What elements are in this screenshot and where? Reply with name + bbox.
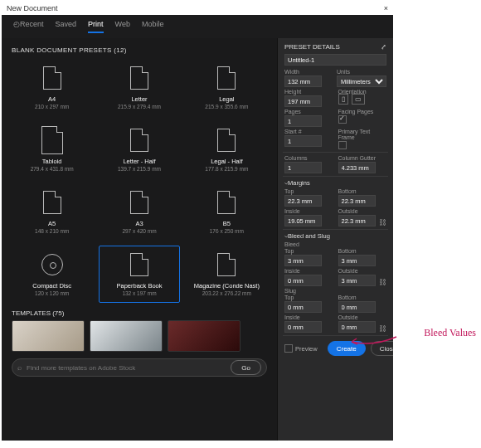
start-number-label: Start # — [284, 129, 333, 134]
search-icon: ⌕ — [17, 363, 22, 372]
preset-paperback-book[interactable]: Paperback Book132 x 197 mm — [99, 246, 179, 303]
preset-dimensions: 176 x 250 mm — [210, 228, 244, 234]
preset-name: Magazine (Conde Nast) — [194, 282, 260, 290]
preset-legal-half[interactable]: Legal - Half177.8 x 215.9 mm — [187, 121, 267, 178]
preview-toggle[interactable]: Preview — [284, 344, 318, 353]
height-input[interactable] — [284, 95, 322, 107]
slug-top-input[interactable] — [284, 301, 322, 313]
preset-name: Legal — [219, 95, 234, 103]
margin-top-input[interactable] — [284, 195, 322, 207]
search-bar: ⌕ Go — [12, 358, 267, 377]
templates-heading: TEMPLATES (75) — [12, 309, 267, 317]
margin-outside-label: Outside — [338, 208, 377, 214]
margin-bottom-input[interactable] — [338, 195, 376, 207]
preset-name: Letter - Half — [123, 158, 155, 165]
go-button[interactable]: Go — [231, 360, 261, 375]
height-label: Height — [284, 89, 333, 95]
margin-top-label: Top — [284, 188, 333, 194]
template-thumb[interactable] — [12, 320, 85, 352]
preset-a3[interactable]: A3297 x 420 mm — [99, 183, 179, 241]
annotation-arrow — [348, 332, 398, 348]
slug-outside-input[interactable] — [338, 321, 376, 333]
orientation-portrait-icon[interactable]: ▯ — [338, 94, 348, 105]
preset-details-heading: PRESET DETAILS — [284, 43, 340, 51]
preset-letter-half[interactable]: Letter - Half139.7 x 215.9 mm — [99, 121, 179, 178]
preset-name: B5 — [223, 220, 231, 227]
slug-inside-label: Inside — [284, 314, 333, 320]
preset-dimensions: 210 x 297 mm — [35, 104, 69, 110]
page-icon — [215, 126, 238, 154]
page-icon — [128, 126, 151, 154]
facing-pages-label: Facing Pages — [338, 109, 387, 114]
pages-input[interactable] — [284, 115, 322, 127]
margin-inside-input[interactable] — [284, 215, 322, 226]
preset-dimensions: 297 x 420 mm — [122, 228, 156, 234]
pages-label: Pages — [284, 109, 333, 114]
close-icon[interactable]: × — [384, 2, 388, 15]
preset-grid: A4210 x 297 mmLetter215.9 x 279.4 mmLega… — [12, 59, 267, 303]
bleed-bottom-label: Bottom — [338, 248, 387, 254]
units-select[interactable]: Millimeters — [337, 75, 386, 87]
slug-bottom-label: Bottom — [338, 295, 387, 300]
tab-saved[interactable]: Saved — [56, 20, 77, 33]
export-preset-icon[interactable]: ⤤ — [381, 43, 386, 51]
gutter-label: Column Gutter — [338, 155, 387, 161]
bleed-top-input[interactable] — [284, 255, 322, 266]
preset-a4[interactable]: A4210 x 297 mm — [12, 59, 92, 116]
link-margins-icon[interactable]: ⛓ — [379, 218, 386, 226]
page-icon — [41, 126, 64, 154]
template-thumb[interactable] — [168, 320, 240, 352]
document-name-input[interactable] — [284, 54, 386, 66]
page-icon — [215, 188, 238, 217]
bleed-inside-input[interactable] — [284, 275, 322, 286]
preset-name: Legal - Half — [211, 158, 242, 165]
preset-dimensions: 148 x 210 mm — [35, 228, 69, 234]
tab-mobile[interactable]: Mobile — [142, 20, 164, 33]
search-input[interactable] — [27, 364, 226, 372]
preset-b5[interactable]: B5176 x 250 mm — [187, 183, 267, 241]
orientation-landscape-icon[interactable]: ▭ — [352, 94, 365, 105]
margin-inside-label: Inside — [284, 208, 333, 214]
bleed-outside-input[interactable] — [338, 275, 376, 286]
preset-name: Compact Disc — [32, 282, 71, 290]
page-icon — [41, 188, 64, 217]
page-icon — [215, 64, 238, 92]
slug-inside-input[interactable] — [284, 321, 322, 333]
preset-name: Paperback Book — [116, 282, 162, 290]
columns-input[interactable] — [284, 162, 322, 173]
preset-legal[interactable]: Legal215.9 x 355.6 mm — [187, 59, 267, 116]
preset-dimensions: 203.22 x 276.22 mm — [202, 290, 251, 296]
primary-text-frame-checkbox[interactable] — [338, 141, 347, 149]
tab-web[interactable]: Web — [115, 20, 130, 33]
link-bleed-icon[interactable]: ⛓ — [379, 278, 386, 286]
preset-dimensions: 215.9 x 279.4 mm — [118, 104, 161, 110]
preset-compact-disc[interactable]: Compact Disc120 x 120 mm — [12, 246, 92, 303]
bleed-inside-label: Inside — [284, 268, 333, 274]
template-strip — [12, 320, 267, 352]
width-input[interactable] — [284, 75, 322, 87]
tab-print[interactable]: Print — [88, 20, 104, 33]
margin-outside-input[interactable] — [338, 215, 376, 226]
preset-a5[interactable]: A5148 x 210 mm — [12, 183, 92, 241]
preset-dimensions: 177.8 x 215.9 mm — [205, 166, 248, 172]
preset-letter[interactable]: Letter215.9 x 279.4 mm — [99, 59, 179, 116]
bleed-bottom-input[interactable] — [338, 255, 376, 266]
tab-recent[interactable]: Recent — [13, 20, 44, 33]
template-thumb[interactable] — [90, 320, 163, 352]
margins-accordion[interactable]: Margins — [284, 179, 386, 187]
slug-outside-label: Outside — [338, 314, 377, 320]
page-icon — [128, 188, 151, 217]
window-title: New Document — [7, 2, 58, 15]
margin-bottom-label: Bottom — [338, 188, 387, 194]
preset-tabloid[interactable]: Tabloid279.4 x 431.8 mm — [12, 121, 92, 178]
preset-dimensions: 215.9 x 355.6 mm — [205, 104, 248, 110]
bleed-outside-label: Outside — [338, 268, 377, 274]
titlebar: New Document × — [2, 2, 393, 15]
facing-pages-checkbox[interactable] — [338, 115, 347, 124]
start-number-input[interactable] — [284, 135, 322, 147]
preset-magazine-conde-nast-[interactable]: Magazine (Conde Nast)203.22 x 276.22 mm — [187, 246, 267, 303]
bleed-slug-accordion[interactable]: Bleed and Slug — [284, 232, 386, 240]
gutter-input[interactable] — [338, 162, 376, 173]
preset-name: A5 — [48, 220, 56, 227]
slug-bottom-input[interactable] — [338, 301, 376, 313]
